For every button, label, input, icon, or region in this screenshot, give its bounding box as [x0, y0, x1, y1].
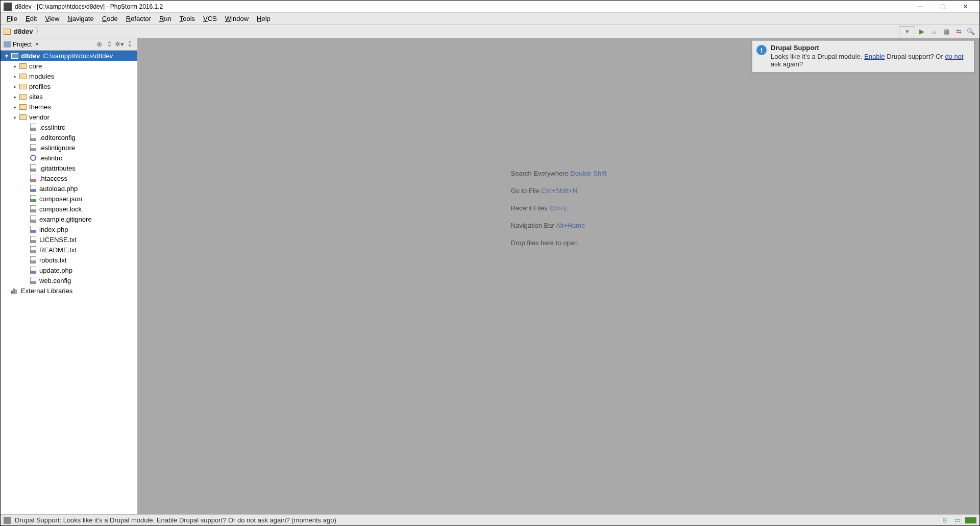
coverage-button[interactable]: ▦ [941, 26, 952, 37]
menu-tools[interactable]: Tools [176, 13, 199, 24]
shortcut-row: Drop files here to open [511, 237, 607, 248]
navbar: d8dev 〉 ▾ ▶ ☼ ▦ ⇆ 🔍 [1, 25, 979, 38]
run-button[interactable]: ▶ [916, 26, 927, 37]
tree-folder-profiles[interactable]: ▸profiles [1, 81, 137, 91]
main-body: Project ▼ ⊕ ⇕ ✲▾ ↧ ▼d8devC:\xampp\htdocs… [1, 38, 979, 514]
menu-file[interactable]: File [3, 13, 21, 24]
enable-link[interactable]: Enable [864, 53, 885, 60]
minimize-button[interactable]: — [909, 1, 932, 13]
chevron-right-icon: 〉 [35, 27, 43, 36]
notification-text: Looks like it's a Drupal module. [771, 53, 864, 60]
statusbar: Drupal Support: Looks like it's a Drupal… [1, 514, 979, 525]
project-icon [4, 41, 11, 47]
tree-root[interactable]: ▼d8devC:\xampp\htdocs\d8dev [1, 51, 137, 61]
tree-file-autoload-php[interactable]: autoload.php [1, 183, 137, 194]
inspections-widget[interactable] [965, 517, 976, 523]
project-view-dropdown[interactable]: ▼ [35, 42, 39, 47]
drupal-support-notification: ! Drupal Support Looks like it's a Drupa… [752, 40, 974, 73]
menu-navigate[interactable]: Navigate [63, 13, 97, 24]
tree-folder-modules[interactable]: ▸modules [1, 71, 137, 81]
shortcut-row: Go to File Ctrl+Shift+N [511, 185, 607, 196]
tree-file-update-php[interactable]: update.php [1, 265, 137, 275]
collapse-all-button[interactable]: ⇕ [105, 40, 114, 49]
project-tree[interactable]: ▼d8devC:\xampp\htdocs\d8dev▸core▸modules… [1, 51, 137, 514]
memory-indicator[interactable]: ▭ [953, 517, 962, 524]
shortcut-row: Recent Files Ctrl+E [511, 203, 607, 213]
menu-vcs[interactable]: VCS [199, 13, 221, 24]
tree-file-web-config[interactable]: web.config [1, 275, 137, 285]
shortcut-row: Navigation Bar Alt+Home [511, 220, 607, 230]
tree-file-example-gitignore[interactable]: example.gitignore [1, 214, 137, 224]
menu-run[interactable]: Run [155, 13, 176, 24]
shortcut-row: Search Everywhere Double Shift [511, 168, 607, 178]
close-button[interactable]: ✕ [954, 1, 976, 13]
app-icon [4, 3, 12, 11]
project-panel-header: Project ▼ ⊕ ⇕ ✲▾ ↧ [1, 38, 137, 51]
menu-edit[interactable]: Edit [21, 13, 41, 24]
notification-text: ask again? [771, 60, 803, 68]
settings-gear-icon[interactable]: ✲▾ [115, 40, 124, 49]
tree-file-composer-json[interactable]: composer.json [1, 194, 137, 204]
notification-body: Looks like it's a Drupal module. Enable … [771, 53, 969, 68]
hide-panel-button[interactable]: ↧ [125, 40, 134, 49]
tree-folder-themes[interactable]: ▸themes [1, 102, 137, 112]
info-icon: ! [756, 45, 767, 55]
tree-file-LICENSE-txt[interactable]: LICENSE.txt [1, 234, 137, 245]
menu-window[interactable]: Window [221, 13, 253, 24]
status-message: Drupal Support: Looks like it's a Drupal… [15, 516, 336, 524]
tree-file-robots-txt[interactable]: robots.txt [1, 255, 137, 265]
tree-folder-sites[interactable]: ▸sites [1, 91, 137, 102]
notification-title: Drupal Support [771, 44, 969, 52]
donot-link[interactable]: do not [945, 53, 963, 60]
tree-file--eslintignore[interactable]: .eslintignore [1, 142, 137, 153]
tree-file--csslintrc[interactable]: .csslintrc [1, 122, 137, 132]
project-panel-title[interactable]: Project [13, 41, 32, 48]
breadcrumb-root[interactable]: d8dev [14, 28, 33, 35]
editor-area[interactable]: ! Drupal Support Looks like it's a Drupa… [138, 38, 979, 514]
menu-view[interactable]: View [41, 13, 63, 24]
search-everywhere-button[interactable]: 🔍 [965, 26, 976, 37]
welcome-shortcuts: Search Everywhere Double ShiftGo to File… [511, 161, 607, 255]
app-window: d8dev - [C:\xampp\htdocs\d8dev] - PhpSto… [0, 0, 980, 526]
titlebar: d8dev - [C:\xampp\htdocs\d8dev] - PhpSto… [1, 1, 979, 13]
tree-file--eslintrc[interactable]: .eslintrc [1, 153, 137, 163]
project-sidebar: Project ▼ ⊕ ⇕ ✲▾ ↧ ▼d8devC:\xampp\htdocs… [1, 38, 138, 514]
tree-folder-core[interactable]: ▸core [1, 61, 137, 71]
tree-folder-vendor[interactable]: ▸vendor [1, 112, 137, 122]
menubar: FileEditViewNavigateCodeRefactorRunTools… [1, 13, 979, 25]
folder-icon [4, 29, 11, 35]
notification-text: Drupal support? Or [885, 53, 945, 60]
menu-refactor[interactable]: Refactor [122, 13, 155, 24]
listen-debug-button[interactable]: ⇆ [953, 26, 964, 37]
maximize-button[interactable]: ◻ [932, 1, 954, 13]
menu-code[interactable]: Code [98, 13, 122, 24]
tree-file-index-php[interactable]: index.php [1, 224, 137, 234]
run-config-dropdown[interactable]: ▾ [899, 26, 915, 37]
tree-external-libraries[interactable]: External Libraries [1, 285, 137, 296]
tree-file-composer-lock[interactable]: composer.lock [1, 204, 137, 214]
tree-file--htaccess[interactable]: .htaccess [1, 173, 137, 183]
event-log-button[interactable]: ⎘ [941, 517, 950, 524]
statusbar-icon[interactable] [4, 517, 11, 524]
tree-file-README-txt[interactable]: README.txt [1, 245, 137, 255]
menu-help[interactable]: Help [253, 13, 275, 24]
window-title: d8dev - [C:\xampp\htdocs\d8dev] - PhpSto… [15, 3, 909, 10]
scroll-from-source-button[interactable]: ⊕ [94, 40, 104, 49]
debug-button[interactable]: ☼ [928, 26, 940, 37]
tree-file--editorconfig[interactable]: .editorconfig [1, 132, 137, 142]
tree-file--gitattributes[interactable]: .gitattributes [1, 163, 137, 173]
